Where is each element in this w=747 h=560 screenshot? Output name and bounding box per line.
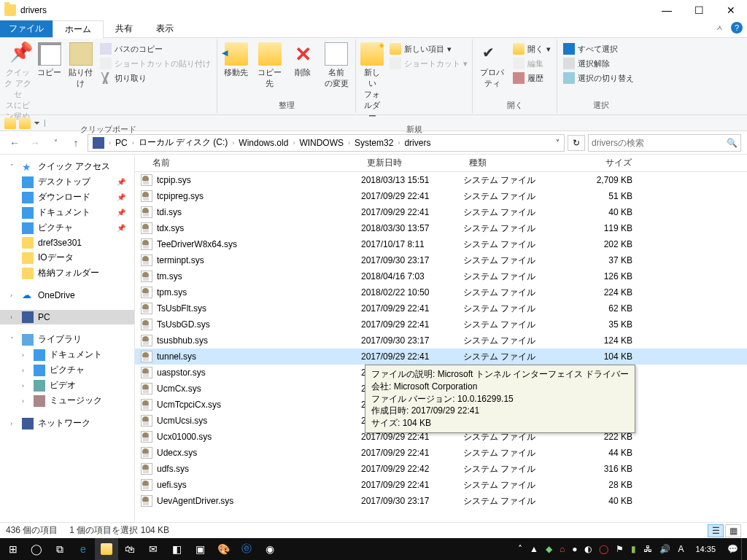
nav-downloads[interactable]: ダウンロード📌 [0, 190, 134, 205]
file-row[interactable]: tsusbhub.sys2017/09/30 23:17システム ファイル124… [135, 332, 747, 349]
breadcrumb[interactable]: › PC› ローカル ディスク (C:)› Windows.old› WINDO… [88, 134, 565, 152]
copy-button[interactable]: コピー [34, 41, 64, 79]
crumb-drivers[interactable]: drivers [401, 138, 433, 148]
mail-icon[interactable]: ✉ [142, 538, 165, 560]
file-row[interactable]: uefi.sys2017/09/29 22:41システム ファイル28 KB [135, 477, 747, 493]
new-folder-button[interactable]: ✦新しい フォルダー [359, 41, 385, 123]
taskview-button[interactable]: ⧉ [48, 538, 71, 560]
file-row[interactable]: tm.sys2018/04/16 7:03システム ファイル126 KB [135, 268, 747, 284]
paste-button[interactable]: 貼り付け [66, 41, 96, 90]
nav-lib-vid[interactable]: ›ビデオ [0, 378, 134, 393]
col-date[interactable]: 更新日時 [361, 155, 463, 171]
file-row[interactable]: Udecx.sys2017/09/29 22:41システム ファイル44 KB [135, 445, 747, 461]
search-icon[interactable]: 🔍 [727, 138, 738, 148]
address-dropdown-icon[interactable]: ˅ [551, 139, 564, 147]
paste-shortcut-button[interactable]: ショートカットの貼り付け [98, 57, 212, 70]
col-type[interactable]: 種類 [463, 155, 565, 171]
file-tab[interactable]: ファイル [0, 20, 53, 37]
file-row[interactable]: TsUsbFlt.sys2017/09/29 22:41システム ファイル62 … [135, 300, 747, 316]
edge-icon[interactable]: e [71, 538, 95, 560]
file-row[interactable]: UevAgentDriver.sys2017/09/30 23:17システム フ… [135, 493, 747, 509]
home-tab[interactable]: ホーム [53, 20, 104, 39]
col-size[interactable]: サイズ [565, 155, 638, 171]
select-all-button[interactable]: すべて選択 [562, 42, 635, 55]
tray-icon[interactable]: ◐ [584, 544, 592, 554]
col-name[interactable]: 名前 [135, 155, 361, 171]
history-button[interactable]: 履歴 [511, 71, 552, 85]
nav-quickaccess[interactable]: ˅★クイック アクセス [0, 159, 134, 174]
new-item-button[interactable]: 新しい項目 ▾ [388, 42, 469, 55]
tray-icon[interactable]: ▮ [631, 544, 636, 554]
nav-onedrive[interactable]: ›☁OneDrive [0, 288, 134, 303]
nav-documents[interactable]: ドキュメント📌 [0, 205, 134, 220]
rename-button[interactable]: 名前 の変更 [320, 41, 352, 90]
nav-kakunou[interactable]: 格納フォルダー [0, 265, 134, 281]
properties-button[interactable]: ✔プロパティ [476, 41, 508, 90]
file-row[interactable]: tdi.sys2017/09/29 22:41システム ファイル40 KB [135, 204, 747, 220]
forward-button[interactable]: → [26, 134, 44, 152]
crumb-sys32[interactable]: System32 [352, 138, 396, 148]
show-desktop-button[interactable] [741, 538, 746, 560]
nav-pictures[interactable]: ピクチャ📌 [0, 220, 134, 236]
ie-icon[interactable]: ⓔ [235, 538, 258, 560]
move-to-button[interactable]: ◀移動先 [220, 41, 252, 79]
pin-quickaccess-button[interactable]: 📌クイック アクセ スにピン留め [3, 41, 33, 123]
refresh-button[interactable]: ↻ [568, 135, 585, 151]
tray-icon[interactable]: ▲ [530, 544, 538, 554]
up-button[interactable]: ↑ [67, 134, 85, 152]
recent-dropdown[interactable]: ˅ [47, 134, 64, 152]
delete-button[interactable]: ✕削除 [287, 41, 320, 79]
clock[interactable]: 14:35 [691, 545, 720, 553]
search-input[interactable] [592, 138, 727, 148]
crumb-cdrive[interactable]: ローカル ディスク (C:) [136, 136, 231, 149]
minimize-button[interactable]: — [651, 0, 683, 20]
maximize-button[interactable]: ☐ [683, 0, 715, 20]
open-button[interactable]: 開く ▾ [511, 42, 552, 55]
back-button[interactable]: ← [6, 134, 23, 152]
ribbon-collapse-icon[interactable]: ㅅ [716, 23, 724, 34]
file-row[interactable]: tpm.sys2018/02/22 10:50システム ファイル224 KB [135, 284, 747, 300]
qat-dropdown-icon[interactable]: ⏷ [34, 119, 41, 127]
chrome-icon[interactable]: ◉ [258, 538, 282, 560]
crumb-wold[interactable]: Windows.old [236, 138, 291, 148]
crumb-win[interactable]: WINDOWS [296, 138, 347, 148]
explorer-icon[interactable] [95, 538, 118, 560]
copy-path-button[interactable]: パスのコピー [98, 42, 212, 55]
tray-icon[interactable]: ⚑ [616, 544, 624, 554]
nav-lib-doc[interactable]: ›ドキュメント [0, 347, 134, 362]
nav-lib-pic[interactable]: ›ピクチャ [0, 362, 134, 378]
tray-up-icon[interactable]: ˄ [518, 544, 522, 554]
nav-lib-mus[interactable]: ›ミュージック [0, 393, 134, 408]
nav-libraries[interactable]: ˅ライブラリ [0, 332, 134, 347]
help-icon[interactable]: ? [731, 22, 743, 34]
crumb-pc[interactable]: PC [112, 138, 131, 148]
store-icon[interactable]: 🛍 [118, 538, 142, 560]
nav-iodata[interactable]: IOデータ [0, 250, 134, 265]
nav-desktop[interactable]: デスクトップ📌 [0, 174, 134, 190]
nav-dref[interactable]: dref3se301 [0, 236, 134, 250]
ime-icon[interactable]: A [678, 544, 684, 554]
tray-icon[interactable]: ⌂ [560, 544, 565, 554]
file-row[interactable]: udfs.sys2017/09/29 22:42システム ファイル316 KB [135, 461, 747, 477]
view-tab[interactable]: 表示 [144, 20, 185, 37]
shortcut-button[interactable]: ショートカット ▾ [388, 57, 469, 70]
edit-button[interactable]: 編集 [511, 57, 552, 70]
copy-to-button[interactable]: コピー先 [254, 41, 286, 90]
file-row[interactable]: tcpip.sys2018/03/13 15:51システム ファイル2,709 … [135, 172, 747, 188]
tray-icon[interactable]: ● [572, 544, 577, 554]
cortana-button[interactable]: ◯ [25, 538, 48, 560]
app-icon[interactable]: ▣ [188, 538, 212, 560]
folder-icon[interactable] [4, 117, 16, 129]
network-icon[interactable]: 🖧 [643, 544, 652, 554]
file-row[interactable]: TeeDriverW8x64.sys2017/10/17 8:11システム ファ… [135, 236, 747, 252]
search-box[interactable]: 🔍 [588, 134, 741, 152]
cut-button[interactable]: 切り取り [98, 71, 212, 85]
app-icon[interactable]: ◧ [165, 538, 188, 560]
file-row[interactable]: tdx.sys2018/03/30 13:57システム ファイル119 KB [135, 220, 747, 236]
file-row[interactable]: tunnel.sys2017/09/29 22:41システム ファイル104 K… [135, 349, 747, 365]
close-button[interactable]: ✕ [715, 0, 747, 20]
share-tab[interactable]: 共有 [104, 20, 144, 37]
action-center-icon[interactable]: 💬 [727, 544, 738, 554]
tray-icon[interactable]: ◯ [599, 544, 608, 554]
select-none-button[interactable]: 選択解除 [562, 57, 635, 70]
